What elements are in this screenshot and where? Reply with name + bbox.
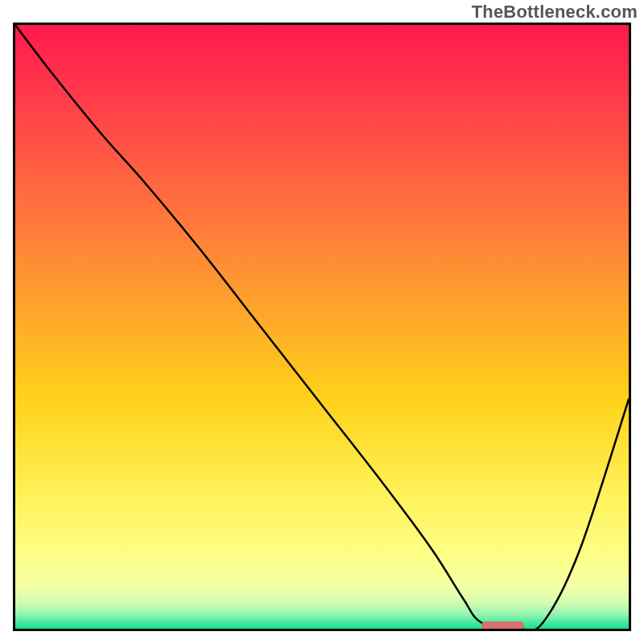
chart-area	[13, 23, 631, 631]
optimal-range-marker	[481, 621, 524, 630]
watermark-text: TheBottleneck.com	[472, 2, 638, 23]
bottleneck-curve	[15, 25, 629, 629]
